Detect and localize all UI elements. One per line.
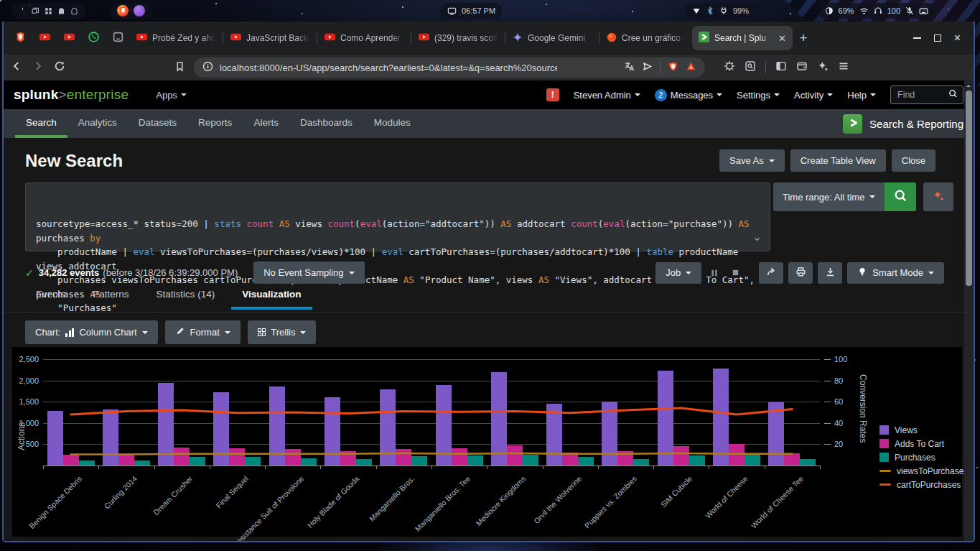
event-sampling-button[interactable]: No Event Sampling — [253, 261, 364, 284]
wallet-icon[interactable] — [796, 60, 808, 75]
export-button[interactable] — [818, 262, 842, 284]
tab-events[interactable]: Events — [25, 289, 76, 310]
os-status-pill-2[interactable]: 69%100 — [818, 3, 935, 19]
ghost2-icon[interactable] — [70, 7, 78, 15]
run-search-button[interactable] — [885, 182, 916, 211]
ai-assistant-button[interactable] — [923, 182, 953, 211]
power-icon[interactable] — [19, 7, 27, 15]
stop-icon[interactable] — [727, 268, 743, 277]
tab-visualization[interactable]: Visualization — [231, 289, 312, 310]
splunk-logo[interactable]: splunk>enterprise — [14, 87, 129, 103]
ghost-icon[interactable] — [57, 7, 65, 15]
new-tab-button[interactable]: + — [793, 27, 814, 49]
scroll-up-icon[interactable] — [966, 83, 971, 87]
pinned-tab[interactable] — [81, 27, 106, 50]
app-nav-dashboards[interactable]: Dashboards — [289, 109, 363, 138]
legend-item[interactable]: Views — [879, 425, 968, 435]
pinned-tab[interactable] — [8, 27, 32, 50]
browser-tab-active[interactable]: Search | Splu✕ — [692, 26, 793, 50]
chevron-down-icon[interactable] — [752, 234, 762, 249]
url-text[interactable]: localhost:8000/en-US/app/search/search?e… — [220, 62, 557, 73]
page-scrollbar[interactable] — [964, 80, 974, 541]
legend-item[interactable]: Adds To Cart — [879, 438, 968, 449]
grid-icon[interactable] — [45, 7, 52, 15]
find-box[interactable] — [890, 85, 963, 104]
os-tray-pill[interactable] — [110, 3, 152, 19]
app-nav-analytics[interactable]: Analytics — [67, 109, 128, 138]
close-icon[interactable]: × — [954, 32, 961, 44]
messages-menu[interactable]: 2Messages — [655, 89, 722, 101]
x-axis-tick — [376, 466, 377, 469]
share-button[interactable] — [759, 262, 783, 284]
trellis-button[interactable]: Trellis — [248, 320, 317, 344]
settings-menu[interactable]: Settings — [737, 90, 780, 101]
app-circle-icon[interactable] — [134, 5, 145, 17]
browser-tab[interactable]: Cree un gráfico s — [600, 26, 692, 50]
brave-tray-icon[interactable] — [117, 5, 129, 17]
browser-tab[interactable]: Como Aprender — [318, 26, 410, 50]
menu-icon[interactable] — [838, 60, 849, 75]
time-range-picker[interactable]: Time range: All time — [773, 182, 885, 211]
help-menu[interactable]: Help — [847, 90, 876, 101]
find-input[interactable] — [896, 89, 944, 101]
result-tabs: EventsPatternsStatistics (14)Visualizati… — [25, 289, 312, 310]
extensions-icon[interactable] — [724, 60, 735, 75]
pause-icon[interactable] — [706, 268, 722, 278]
browser-tab[interactable]: Google Gemini — [506, 26, 598, 50]
os-top-bar: 06:57 PM 99% 69%100 — [0, 0, 980, 22]
chart-type-button[interactable]: Chart: Column Chart — [25, 320, 158, 344]
legend-item[interactable]: Purchases — [879, 452, 968, 463]
pinned-tab[interactable] — [57, 27, 81, 50]
search-icon[interactable] — [948, 89, 958, 101]
print-button[interactable] — [788, 262, 813, 284]
close-icon[interactable]: ✕ — [778, 33, 786, 44]
reload-icon[interactable] — [54, 60, 65, 75]
create-table-view-button[interactable]: Create Table View — [790, 149, 886, 172]
app-badge[interactable]: Search & Reporting — [843, 109, 963, 138]
format-button[interactable]: Format — [165, 320, 241, 344]
activity-menu[interactable]: Activity — [794, 90, 833, 101]
user-menu[interactable]: Steven Admin — [574, 90, 640, 101]
back-icon[interactable] — [11, 60, 22, 75]
sidebar-icon[interactable] — [775, 60, 787, 75]
app-nav-modules[interactable]: Modules — [363, 109, 421, 138]
address-bar[interactable]: localhost:8000/en-US/app/search/search?e… — [194, 57, 705, 78]
job-menu-button[interactable]: Job — [655, 262, 701, 284]
app-nav-alerts[interactable]: Alerts — [243, 109, 289, 138]
legend-item[interactable]: viewsToPurchases — [879, 466, 968, 476]
send-tab-icon[interactable] — [642, 61, 653, 74]
app-nav-datasets[interactable]: Datasets — [128, 109, 187, 138]
scrollbar-thumb[interactable] — [966, 91, 972, 286]
pinned-tab[interactable] — [106, 27, 130, 50]
youtube-icon — [39, 32, 50, 45]
close-button[interactable]: Close — [892, 149, 935, 172]
brave-rewards-icon[interactable] — [686, 61, 696, 74]
window-icon[interactable] — [32, 7, 39, 15]
site-info-icon[interactable] — [202, 61, 213, 74]
tab-statistics-[interactable]: Statistics (14) — [146, 289, 226, 310]
app-nav-reports[interactable]: Reports — [187, 109, 243, 138]
search-mode-button[interactable]: Smart Mode — [847, 262, 944, 284]
os-clock-pill[interactable]: 06:57 PM — [440, 3, 503, 19]
restore-icon[interactable] — [934, 34, 941, 42]
pinned-tab[interactable] — [32, 27, 57, 50]
minimize-icon[interactable] — [913, 37, 921, 39]
os-launcher-pill[interactable] — [11, 3, 85, 19]
browser-tab[interactable]: Probé Zed y aho — [130, 26, 222, 50]
app-nav-search[interactable]: Search — [15, 109, 67, 138]
search-query-editor[interactable]: sourcetype=access_* status=200 | stats c… — [25, 182, 770, 251]
browser-tab[interactable]: (329) travis scott — [412, 26, 504, 50]
browser-tab[interactable]: JavaScript Backe — [224, 26, 316, 50]
translate-icon[interactable] — [624, 61, 635, 74]
reader-icon[interactable] — [745, 60, 756, 75]
alert-badge[interactable]: ! — [546, 88, 559, 101]
os-status-pill-1[interactable]: 99% — [685, 3, 756, 19]
apps-menu[interactable]: Apps — [156, 90, 187, 101]
forward-icon[interactable] — [32, 60, 44, 75]
leo-ai-icon[interactable] — [817, 60, 829, 75]
save-as-button[interactable]: Save As — [719, 149, 785, 172]
legend-item[interactable]: cartToPurchases — [879, 479, 968, 490]
brave-shield-icon[interactable] — [668, 61, 678, 75]
tab-patterns[interactable]: Patterns — [82, 289, 139, 310]
bookmarks-icon[interactable] — [174, 61, 185, 75]
